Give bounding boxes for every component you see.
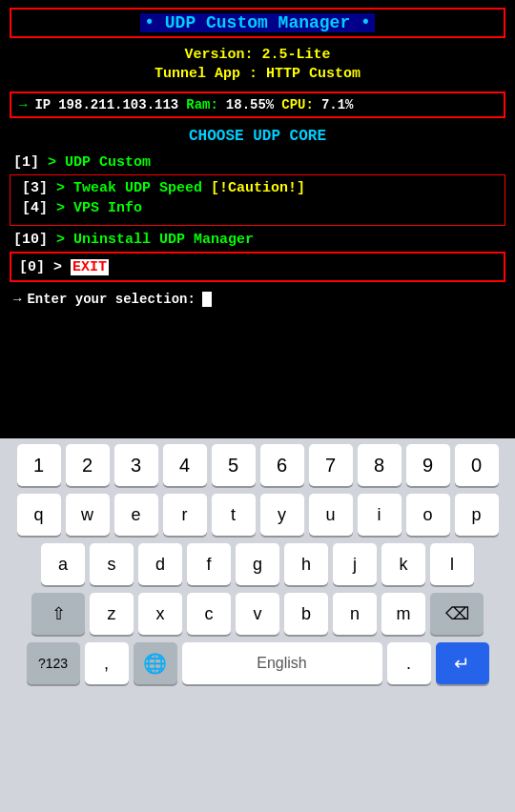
symbols-label: ?123 [38, 656, 68, 671]
key-l[interactable]: l [430, 543, 474, 585]
menu-item-3[interactable]: [3] > Tweak UDP Speed [!Caution!] [18, 180, 497, 196]
key-v[interactable]: v [236, 593, 279, 635]
input-arrow: → [13, 292, 21, 307]
keyboard-row-2: a s d f g h j k l [4, 543, 511, 585]
cpu-label: CPU: [281, 97, 314, 112]
key-1[interactable]: 1 [17, 444, 61, 486]
key-m[interactable]: m [381, 593, 425, 635]
key-u[interactable]: u [309, 494, 353, 536]
key-a[interactable]: a [41, 543, 85, 585]
key-k[interactable]: k [381, 543, 425, 585]
key-w[interactable]: w [66, 494, 110, 536]
comma-key[interactable]: , [85, 642, 129, 684]
backspace-icon: ⌫ [445, 603, 469, 624]
key-2[interactable]: 2 [66, 444, 110, 486]
key-x[interactable]: x [138, 593, 182, 635]
key-7[interactable]: 7 [309, 444, 353, 486]
key-0[interactable]: 0 [455, 444, 499, 486]
space-key[interactable]: English [182, 642, 382, 684]
key-h[interactable]: h [284, 543, 328, 585]
ram-value: 18.55% [226, 97, 274, 112]
menu-item-10[interactable]: [10] > Uninstall UDP Manager [10, 232, 505, 248]
symbols-key[interactable]: ?123 [27, 642, 80, 684]
space-label: English [257, 655, 306, 672]
key-d[interactable]: d [138, 543, 182, 585]
ip-label: IP [34, 97, 51, 112]
dot-label: . [406, 654, 411, 674]
menu-item-1[interactable]: [1] > UDP Custom [10, 154, 505, 171]
input-prompt: Enter your selection: [27, 292, 195, 307]
version-line: Version: 2.5-Lite [10, 46, 505, 63]
key-8[interactable]: 8 [358, 444, 402, 486]
exit-num: [0] [19, 259, 53, 275]
backspace-key[interactable]: ⌫ [430, 593, 484, 635]
key-9[interactable]: 9 [406, 444, 450, 486]
exit-label: EXIT [71, 259, 109, 275]
menu-item-4[interactable]: [4] > VPS Info [18, 200, 497, 216]
globe-icon: 🌐 [143, 652, 167, 675]
title-box: • UDP Custom Manager • [10, 8, 505, 38]
ram-label: Ram: [186, 97, 218, 112]
key-e[interactable]: e [114, 494, 158, 536]
info-box: → IP 198.211.103.113 Ram: 18.55% CPU: 7.… [10, 91, 505, 118]
menu-box-34: [3] > Tweak UDP Speed [!Caution!] [4] > … [10, 174, 505, 226]
key-p[interactable]: p [455, 494, 499, 536]
key-y[interactable]: y [260, 494, 304, 536]
text-cursor [202, 292, 212, 307]
key-g[interactable]: g [236, 543, 279, 585]
keyboard-row-3: ⇧ z x c v b n m ⌫ [4, 593, 511, 635]
key-q[interactable]: q [17, 494, 61, 536]
key-o[interactable]: o [406, 494, 450, 536]
ip-value: 198.211.103.113 [58, 97, 178, 112]
choose-text: CHOOSE UDP CORE [189, 128, 326, 145]
tunnel-line: Tunnel App : HTTP Custom [10, 65, 505, 82]
exit-box[interactable]: [0] > EXIT [10, 252, 505, 282]
key-s[interactable]: s [90, 543, 134, 585]
globe-key[interactable]: 🌐 [134, 642, 177, 684]
keyboard-row-numbers: 1 2 3 4 5 6 7 8 9 0 [4, 444, 511, 486]
info-arrow: → [19, 97, 27, 112]
menu-list: [1] > UDP Custom [3] > Tweak UDP Speed [… [10, 154, 505, 248]
comma-label: , [104, 654, 109, 674]
key-r[interactable]: r [163, 494, 207, 536]
key-j[interactable]: j [333, 543, 377, 585]
key-f[interactable]: f [187, 543, 231, 585]
exit-arrow: > [53, 259, 71, 275]
key-i[interactable]: i [358, 494, 402, 536]
key-b[interactable]: b [284, 593, 328, 635]
key-6[interactable]: 6 [260, 444, 304, 486]
dot-key[interactable]: . [387, 642, 431, 684]
choose-line: CHOOSE UDP CORE [10, 128, 505, 145]
shift-key[interactable]: ⇧ [31, 593, 85, 635]
key-n[interactable]: n [333, 593, 377, 635]
keyboard-row-1: q w e r t y u i o p [4, 494, 511, 536]
key-5[interactable]: 5 [212, 444, 256, 486]
key-3[interactable]: 3 [114, 444, 158, 486]
input-line: → Enter your selection: [10, 292, 505, 307]
key-z[interactable]: z [90, 593, 134, 635]
tunnel-text: Tunnel App : HTTP Custom [154, 66, 360, 82]
return-key[interactable]: ↵ [436, 642, 489, 684]
keyboard-row-bottom: ?123 , 🌐 English . ↵ [4, 642, 511, 684]
title-text: • UDP Custom Manager • [140, 13, 375, 32]
cpu-value: 7.1% [321, 97, 354, 112]
return-icon: ↵ [454, 652, 470, 675]
keyboard: 1 2 3 4 5 6 7 8 9 0 q w e r t y u i o p … [0, 438, 515, 812]
key-4[interactable]: 4 [163, 444, 207, 486]
shift-icon: ⇧ [52, 603, 66, 624]
key-c[interactable]: c [187, 593, 231, 635]
key-t[interactable]: t [212, 494, 256, 536]
version-text: Version: 2.5-Lite [184, 47, 330, 63]
